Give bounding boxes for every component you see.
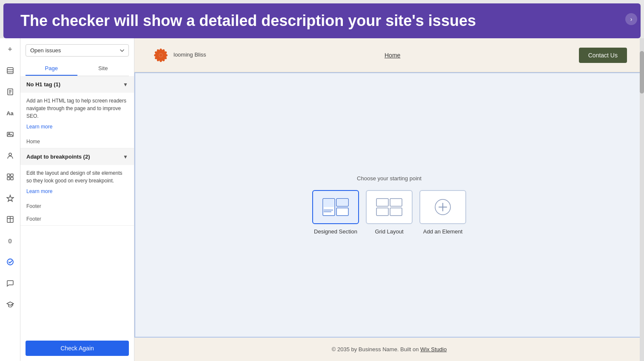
media-icon[interactable]	[3, 128, 17, 141]
card-add-element-label: Add an Element	[423, 228, 463, 235]
issue-breakpoints: Adapt to breakpoints (2) ▼ Edit the layo…	[20, 148, 134, 226]
logo-flower-icon	[151, 46, 170, 65]
issue-no-h1-header[interactable]: No H1 tag (1) ▼	[20, 76, 134, 93]
issues-panel: Open issues All issues Fixed issues Page…	[20, 38, 134, 361]
card-designed-section[interactable]: Designed Section	[312, 190, 359, 235]
svg-rect-40	[390, 199, 402, 206]
contact-button[interactable]: Contact Us	[579, 48, 627, 63]
footer-text: © 2035 by Business Name. Built on	[332, 346, 420, 352]
svg-point-19	[159, 54, 162, 57]
svg-rect-11	[11, 174, 13, 176]
svg-rect-41	[376, 208, 388, 216]
footer-link[interactable]: Wix Studio	[420, 346, 447, 352]
site-nav: looming Bliss Home Contact Us	[134, 38, 644, 72]
chat-icon[interactable]	[3, 276, 17, 290]
main-area: + Aa	[0, 38, 644, 361]
starting-point-cards: Designed Section Grid Layout	[312, 190, 466, 235]
card-grid-layout[interactable]: Grid Layout	[366, 190, 413, 235]
layers-icon[interactable]	[3, 64, 17, 77]
svg-rect-37	[337, 199, 348, 205]
svg-rect-13	[11, 177, 13, 180]
issues-list: No H1 tag (1) ▼ Add an H1 HTML tag to he…	[20, 76, 134, 335]
card-add-element[interactable]: Add an Element	[419, 190, 466, 235]
marketing-icon[interactable]	[3, 191, 17, 205]
svg-rect-10	[7, 174, 10, 176]
svg-rect-38	[336, 208, 348, 216]
issue-breakpoints-location-1: Footer	[20, 200, 134, 213]
svg-point-9	[9, 153, 11, 156]
site-preview: looming Bliss Home Contact Us Choose you…	[134, 38, 644, 361]
issue-no-h1-arrow: ▼	[123, 82, 128, 88]
learn-more-breakpoints[interactable]: Learn more	[26, 188, 52, 194]
add-element-icon	[419, 190, 466, 224]
site-logo: looming Bliss	[151, 46, 206, 65]
svg-rect-33	[324, 199, 334, 207]
card-designed-section-label: Designed Section	[314, 228, 357, 235]
issue-no-h1-location: Home	[20, 135, 134, 148]
plus-tool-icon[interactable]: +	[3, 43, 17, 56]
issue-no-h1-desc: Add an H1 HTML tag to help screen reader…	[26, 97, 128, 120]
svg-rect-7	[7, 132, 13, 136]
site-nav-links: Home	[385, 52, 400, 59]
logo-text: looming Bliss	[174, 51, 206, 59]
issue-breakpoints-arrow: ▼	[123, 154, 128, 160]
issues-panel-header: Open issues All issues Fixed issues Page…	[20, 38, 134, 76]
icon-sidebar: + Aa	[0, 38, 20, 361]
code-icon[interactable]: {}	[3, 234, 17, 247]
banner-wrapper: The checker will show a detailed descrip…	[0, 0, 644, 38]
table-icon[interactable]	[3, 213, 17, 226]
site-content: Choose your starting point	[134, 72, 644, 338]
issue-breakpoints-desc: Edit the layout and design of site eleme…	[26, 169, 128, 185]
apps-icon[interactable]	[3, 170, 17, 184]
nav-home-link[interactable]: Home	[385, 52, 400, 59]
scrollbar-thumb[interactable]	[640, 51, 644, 94]
grid-layout-icon	[366, 190, 413, 224]
issue-no-h1-title: No H1 tag (1)	[26, 81, 60, 88]
page-icon[interactable]	[3, 85, 17, 99]
site-footer: © 2035 by Business Name. Built on Wix St…	[134, 338, 644, 361]
issue-breakpoints-title: Adapt to breakpoints (2)	[26, 153, 90, 160]
svg-rect-0	[7, 68, 13, 74]
issue-breakpoints-location-2: Footer	[20, 213, 134, 225]
issue-breakpoints-header[interactable]: Adapt to breakpoints (2) ▼	[20, 148, 134, 165]
app-root: The checker will show a detailed descrip…	[0, 0, 644, 361]
svg-rect-42	[390, 208, 402, 216]
tab-site[interactable]: Site	[77, 62, 129, 76]
banner-close-button[interactable]: ›	[625, 13, 637, 25]
issues-dropdown[interactable]: Open issues All issues Fixed issues	[26, 44, 129, 57]
check-again-button[interactable]: Check Again	[26, 341, 129, 356]
tab-page[interactable]: Page	[26, 62, 77, 76]
starting-point-label: Choose your starting point	[357, 175, 422, 182]
svg-rect-39	[376, 199, 388, 206]
graduation-icon[interactable]	[3, 298, 17, 311]
tabs: Page Site	[26, 62, 129, 76]
card-grid-layout-label: Grid Layout	[375, 228, 403, 235]
text-style-icon[interactable]: Aa	[3, 106, 17, 120]
learn-more-h1[interactable]: Learn more	[26, 124, 52, 130]
issue-no-h1-body: Add an H1 HTML tag to help screen reader…	[20, 93, 134, 135]
banner-text: The checker will show a detailed descrip…	[20, 11, 476, 30]
designed-section-icon	[312, 190, 359, 224]
svg-rect-12	[7, 177, 10, 180]
check-circle-icon[interactable]	[3, 255, 17, 269]
issue-breakpoints-body: Edit the layout and design of site eleme…	[20, 165, 134, 200]
scrollbar-track[interactable]	[640, 38, 644, 361]
issue-no-h1: No H1 tag (1) ▼ Add an H1 HTML tag to he…	[20, 76, 134, 148]
svg-point-17	[7, 259, 13, 265]
people-icon[interactable]	[3, 149, 17, 162]
info-banner: The checker will show a detailed descrip…	[3, 3, 641, 38]
